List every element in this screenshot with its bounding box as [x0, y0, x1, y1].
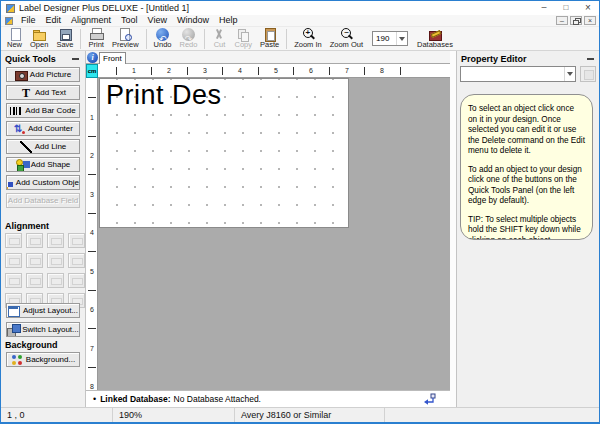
- help-text: To select an object click once on it in …: [460, 94, 593, 240]
- save-icon: [58, 28, 72, 41]
- menu-tool[interactable]: Tool: [116, 15, 143, 26]
- info-icon[interactable]: i: [87, 52, 98, 63]
- adjust-layout-button[interactable]: Adjust Layout...: [6, 303, 80, 318]
- camera-icon: [15, 69, 27, 81]
- menu-alignment[interactable]: Alignment: [66, 15, 116, 26]
- switch-layout-button[interactable]: Switch Layout...: [6, 322, 80, 337]
- menu-edit[interactable]: Edit: [41, 15, 67, 26]
- zoom-out-icon: [339, 28, 353, 41]
- ruler-number: 1: [90, 114, 94, 121]
- ruler-tick: [151, 67, 152, 75]
- menu-help[interactable]: Help: [214, 15, 243, 26]
- print-button[interactable]: Print: [84, 27, 107, 51]
- app-icon: [6, 4, 15, 13]
- alignment-button-1: [5, 233, 22, 248]
- alignment-button-3: [47, 233, 64, 248]
- mdi-restore-icon[interactable]: [570, 16, 582, 25]
- menu-file[interactable]: File: [16, 15, 41, 26]
- object-selector-combobox[interactable]: [460, 66, 576, 82]
- minimize-window-icon[interactable]: [533, 1, 555, 15]
- undo-icon: [156, 28, 169, 41]
- quick-tools-panel: Quick Tools Add PictureAdd TextAdd Bar C…: [1, 51, 86, 407]
- switch-layout-icon: [7, 324, 19, 336]
- add-shape-button[interactable]: Add Shape: [6, 157, 80, 172]
- toolbar-button-label: Save: [56, 41, 73, 49]
- add-text-button[interactable]: Add Text: [6, 85, 80, 100]
- ruler-number: 6: [90, 306, 94, 313]
- alignment-button-2: [26, 233, 43, 248]
- custom-object-icon: [6, 177, 13, 189]
- shape-icon: [16, 159, 28, 171]
- help-paragraph: To select an object click once on it in …: [468, 104, 585, 157]
- new-button[interactable]: New: [3, 27, 26, 51]
- databases-button[interactable]: Databases: [413, 27, 457, 51]
- add-custom-object-button[interactable]: Add Custom Object: [6, 175, 80, 190]
- background-title: Background: [5, 340, 58, 350]
- switch-layout-label: Switch Layout...: [22, 325, 78, 334]
- alignment-button-6: [26, 253, 43, 268]
- label-text-object[interactable]: Print Des: [106, 80, 222, 111]
- tab-front[interactable]: Front: [99, 52, 126, 64]
- zoom-level-combobox[interactable]: 190: [372, 31, 408, 46]
- ruler-number: 3: [90, 191, 94, 198]
- toolbar-separator: [146, 29, 147, 49]
- ruler-tick: [88, 97, 96, 98]
- maximize-window-icon[interactable]: [555, 1, 577, 15]
- design-canvas[interactable]: Print Des: [98, 78, 450, 390]
- vertical-ruler: 12345678: [86, 78, 98, 390]
- alignment-button-9: [5, 273, 22, 288]
- document-icon[interactable]: [5, 17, 13, 25]
- menu-bar: FileEditAlignmentToolViewWindowHelp: [1, 15, 599, 27]
- close-window-icon[interactable]: [577, 1, 599, 15]
- ruler-tick: [329, 67, 330, 75]
- toolbar-button-label: Zoom Out: [330, 41, 363, 49]
- combobox-arrow-icon[interactable]: [396, 32, 407, 45]
- property-editor-side-button: [580, 66, 596, 82]
- property-editor-panel: Property Editor To select an object clic…: [456, 51, 599, 407]
- ruler-tick: [116, 67, 117, 75]
- label-sheet[interactable]: Print Des: [99, 78, 349, 228]
- add-line-button[interactable]: Add Line: [6, 139, 80, 154]
- toolbar-button-label: Paste: [260, 41, 279, 49]
- background-button[interactable]: Background...: [6, 352, 80, 367]
- new-document-icon: [8, 28, 22, 41]
- toolbar-button-label: Databases: [417, 41, 453, 49]
- toolbar-separator: [286, 29, 287, 49]
- ruler-number: 2: [167, 67, 171, 75]
- linked-database-label: Linked Database:: [100, 394, 170, 404]
- zoom-in-button[interactable]: Zoom In: [290, 27, 326, 51]
- horizontal-ruler: 12345678: [98, 64, 450, 78]
- database-link-icon[interactable]: [422, 393, 436, 408]
- collapse-property-editor-icon[interactable]: [587, 58, 594, 60]
- button-label: Add Text: [35, 88, 66, 97]
- bullet-icon: •: [93, 394, 96, 404]
- paste-button[interactable]: Paste: [256, 27, 283, 51]
- toolbar-button-label: Zoom In: [294, 41, 322, 49]
- zoom-out-button[interactable]: Zoom Out: [326, 27, 367, 51]
- property-editor-title: Property Editor: [461, 54, 527, 64]
- ruler-tick: [258, 67, 259, 75]
- add-counter-button[interactable]: Add Counter: [6, 121, 80, 136]
- mdi-minimize-icon[interactable]: [556, 16, 568, 25]
- menu-window[interactable]: Window: [172, 15, 214, 26]
- open-button[interactable]: Open: [26, 27, 52, 51]
- title-bar: Label Designer Plus DELUXE - [Untitled 1…: [1, 1, 599, 15]
- unit-button[interactable]: cm: [86, 64, 98, 78]
- add-picture-button[interactable]: Add Picture: [6, 67, 80, 82]
- combobox-arrow-icon[interactable]: [564, 67, 575, 81]
- ruler-number: 5: [90, 268, 94, 275]
- add-bar-code-button[interactable]: Add Bar Code: [6, 103, 80, 118]
- undo-button[interactable]: Undo: [150, 27, 176, 51]
- line-icon: [20, 141, 32, 153]
- alignment-button-5: [5, 253, 22, 268]
- button-label: Add Bar Code: [25, 106, 75, 115]
- menu-view[interactable]: View: [143, 15, 172, 26]
- save-button[interactable]: Save: [52, 27, 77, 51]
- redo-icon: [182, 28, 195, 41]
- toolbar-button-label: Copy: [234, 41, 252, 49]
- ruler-number: 7: [90, 345, 94, 352]
- mdi-close-icon[interactable]: [584, 16, 596, 25]
- collapse-panel-icon[interactable]: [72, 58, 79, 60]
- barcode-icon: [10, 105, 22, 117]
- preview-button[interactable]: Preview: [108, 27, 143, 51]
